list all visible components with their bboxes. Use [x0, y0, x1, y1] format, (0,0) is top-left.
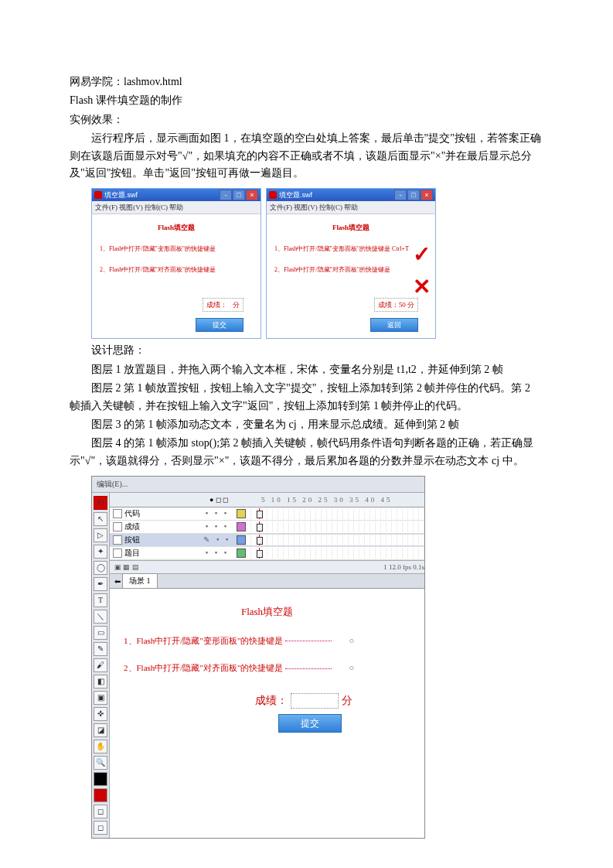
bucket-tool-icon[interactable]: ▣ [94, 691, 107, 705]
cross-icon: ✕ [413, 276, 431, 298]
score-box: 成绩： 分 [255, 692, 410, 709]
timeline-status: ▣ ▦ ▤ 1 12.0 fps 0.1s [110, 560, 424, 574]
layer-row[interactable]: 代码• • • [110, 507, 424, 521]
frames[interactable] [246, 535, 424, 545]
line-tool-icon[interactable]: ＼ [94, 610, 107, 624]
score-row: 成绩： 分 [203, 298, 243, 312]
fill-swatch[interactable] [94, 788, 107, 802]
stage-q1: 1、Flash中打开/隐藏"变形面板"的快捷键是○ [124, 634, 410, 648]
intro-text: 运行程序后，显示画面如图 1，在填空题的空白处填上答案，最后单击"提交"按钮，若… [70, 130, 543, 182]
layer-toggles[interactable]: ✎ • • [198, 534, 237, 546]
tool-column: Fl ↖ ▷ ✦ ◯ ✒ T ＼ ▭ ✎ 🖌 ◧ ▣ ✜ ◪ ✋ 🔍 ◻ [92, 493, 110, 838]
swf-window-left: 填空题.swf - □ × 文件(F) 视图(V) 控制(C) 帮助 Flash… [91, 188, 261, 339]
frame-numbers: 5 10 15 20 25 30 35 40 45 [238, 494, 424, 505]
color-swatch[interactable] [94, 772, 107, 786]
check-icon: ✓ [413, 244, 431, 265]
input-t1[interactable] [285, 641, 332, 641]
zoom-tool-icon[interactable]: 🔍 [94, 756, 107, 770]
handle-icon: ○ [349, 634, 354, 648]
design-p4: 图层 4 的第 1 帧添加 stop();第 2 帧插入关键帧，帧代码用条件语句… [70, 435, 543, 470]
opt-tool-icon[interactable]: ◻ [94, 821, 107, 835]
scene-tabbar: ⬅ 场景 1 [110, 574, 424, 589]
close-icon[interactable]: × [421, 190, 433, 200]
header-line1: 网易学院：lashmov.html [70, 73, 543, 91]
design-title: 设计思路： [70, 342, 543, 359]
layer-label: 成绩 [124, 521, 140, 533]
swf-titlebar: 填空题.swf - □ × [267, 189, 435, 201]
brush-tool-icon[interactable]: 🖌 [94, 658, 107, 672]
add-layer-icon[interactable]: ▣ ▦ ▤ [114, 562, 139, 572]
score-unit: 分 [342, 692, 352, 709]
layer-icon [113, 535, 122, 545]
opt-tool-icon[interactable]: ◻ [94, 805, 107, 818]
swf-menubar[interactable]: 文件(F) 视图(V) 控制(C) 帮助 [267, 201, 435, 214]
swf-q2: 2、Flash中打开/隐藏"对齐面板"的快捷键是 [100, 265, 253, 275]
transform-tool-icon[interactable]: ✦ [94, 545, 107, 559]
minimize-icon[interactable]: - [394, 190, 407, 200]
layer-color [237, 535, 246, 545]
layer-icon [113, 522, 122, 531]
figure-row: 填空题.swf - □ × 文件(F) 视图(V) 控制(C) 帮助 Flash… [91, 188, 543, 339]
score-row: 成绩：50 分 [374, 298, 418, 312]
score-label: 成绩： [255, 692, 288, 709]
layer-toggles[interactable]: • • • [198, 507, 237, 520]
arrow-tool-icon[interactable]: ↖ [94, 512, 107, 526]
pen-tool-icon[interactable]: ✒ [94, 577, 107, 591]
layer-color [237, 509, 246, 518]
flash-logo-icon: Fl [94, 496, 107, 510]
score-field[interactable] [291, 693, 339, 709]
return-button[interactable]: 返回 [370, 318, 418, 332]
layer-row[interactable]: 成绩• • • [110, 521, 424, 534]
frames[interactable] [246, 548, 424, 559]
layer-row[interactable]: 题目• • • [110, 547, 424, 560]
swf-title-text: 填空题.swf [279, 190, 312, 200]
stage-q2: 2、Flash中打开/隐藏"对齐面板"的快捷键是○ [124, 661, 410, 675]
scene-tab[interactable]: 场景 1 [122, 573, 158, 588]
rect-tool-icon[interactable]: ▭ [94, 626, 107, 640]
timeline-header: ● ◻ ◻ 5 10 15 20 25 30 35 40 45 [110, 493, 424, 507]
subselect-tool-icon[interactable]: ▷ [94, 528, 107, 542]
lasso-tool-icon[interactable]: ◯ [94, 561, 107, 575]
stage-submit-button[interactable]: 提交 [278, 714, 342, 733]
maximize-icon[interactable]: □ [233, 190, 245, 200]
layer-icon [113, 548, 122, 558]
layer-label: 按钮 [124, 534, 140, 546]
swf-window-right: 填空题.swf - □ × 文件(F) 视图(V) 控制(C) 帮助 Flash… [266, 188, 436, 339]
eraser-tool-icon[interactable]: ◪ [94, 723, 107, 737]
hand-tool-icon[interactable]: ✋ [94, 740, 107, 754]
frames[interactable] [246, 521, 424, 532]
flash-icon [94, 191, 102, 199]
ink-tool-icon[interactable]: ◧ [94, 675, 107, 689]
submit-button[interactable]: 提交 [196, 318, 243, 332]
eyedrop-tool-icon[interactable]: ✜ [94, 707, 107, 721]
flash-editor: 编辑(E)... Fl ↖ ▷ ✦ ◯ ✒ T ＼ ▭ ✎ 🖌 ◧ ▣ ✜ ◪ … [91, 476, 425, 839]
flash-icon [269, 191, 277, 199]
design-p1: 图层 1 放置题目，并拖入两个输入文本框，宋体，变量名分别是 t1,t2，并延伸… [70, 361, 543, 378]
design-p3: 图层 3 的第 1 帧添加动态文本，变量名为 cj，用来显示总成绩。延伸到第 2… [70, 416, 543, 433]
layer-color [237, 548, 246, 558]
swf-title-text: 填空题.swf [104, 190, 138, 200]
layer-label: 题目 [124, 547, 140, 559]
editor-menubar[interactable]: 编辑(E)... [92, 477, 424, 493]
frames[interactable] [246, 508, 424, 519]
input-t2[interactable] [285, 668, 332, 669]
layer-toggles[interactable]: • • • [198, 547, 237, 559]
pencil-tool-icon[interactable]: ✎ [94, 642, 107, 656]
stage-heading: Flash填空题 [124, 604, 410, 620]
minimize-icon[interactable]: - [220, 190, 232, 200]
swf-q2-r: 2、Flash中打开/隐藏"对齐面板"的快捷键是 [274, 265, 427, 275]
layer-row[interactable]: 按钮✎ • • [110, 534, 424, 547]
maximize-icon[interactable]: □ [407, 190, 420, 200]
text-tool-icon[interactable]: T [94, 593, 107, 607]
layer-toggles[interactable]: • • • [198, 521, 237, 533]
header-line2: Flash 课件填空题的制作 [70, 92, 543, 109]
swf-q1: 1、Flash中打开/隐藏"变形面板"的快捷键是 [100, 244, 253, 255]
layer-icon [113, 509, 122, 518]
handle-icon: ○ [349, 661, 354, 675]
swf-menubar[interactable]: 文件(F) 视图(V) 控制(C) 帮助 [92, 201, 261, 214]
header-line3: 实例效果： [70, 111, 543, 128]
close-icon[interactable]: × [246, 190, 258, 200]
stage: Flash填空题 1、Flash中打开/隐藏"变形面板"的快捷键是○ 2、Fla… [110, 589, 424, 751]
design-p2: 图层 2 第 1 帧放置按钮，按钮上输入文字"提交"，按钮上添加转到第 2 帧并… [70, 380, 543, 415]
swf-heading: Flash填空题 [100, 222, 253, 233]
